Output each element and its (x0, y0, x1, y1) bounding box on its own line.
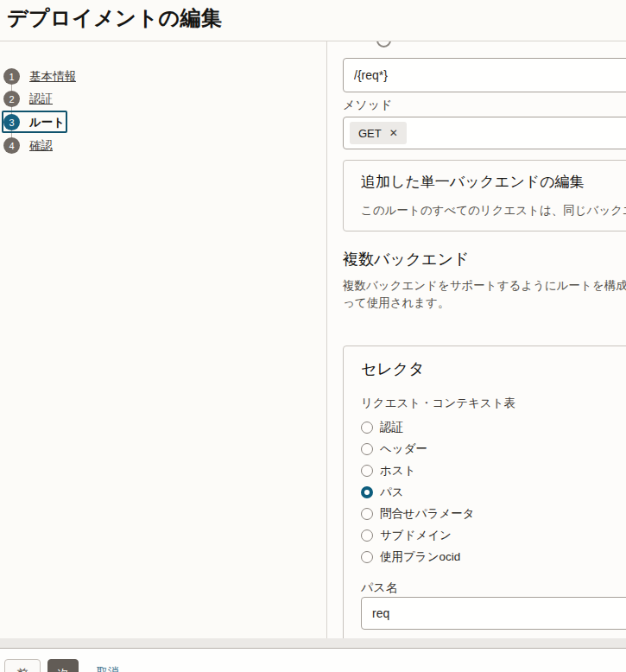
single-backend-title: 追加した単一バックエンドの編集 (361, 172, 585, 192)
step-1-label[interactable]: 基本情報 (29, 69, 76, 85)
radio-usage-plan-ocid-icon[interactable] (361, 551, 373, 563)
horizontal-scrollbar[interactable] (0, 638, 626, 648)
radio-auth[interactable]: 認証 (361, 416, 475, 438)
radio-header-icon[interactable] (361, 443, 373, 455)
stepper-item-basic-info[interactable]: 1 基本情報 (3, 67, 76, 86)
step-2-circle-icon: 2 (3, 91, 20, 107)
stepper-item-authentication[interactable]: 2 認証 (3, 90, 53, 108)
radio-query-param[interactable]: 問合せパラメータ (361, 503, 475, 524)
page-title: デプロイメントの編集 (7, 4, 223, 32)
route-form-panel: メソッド GET ✕ 追加した単一バックエンドの編集 このルートのすべてのリクエ… (327, 41, 626, 638)
radio-query-param-icon[interactable] (361, 508, 373, 520)
radio-host[interactable]: ホスト (361, 460, 475, 481)
selector-radio-group: 認証 ヘッダー ホスト パス 問合せパラメータ (361, 416, 475, 567)
wizard-stepper: 1 基本情報 2 認証 3 ルート 4 確認 (0, 41, 326, 638)
radio-subdomain[interactable]: サブドメイン (361, 524, 475, 546)
radio-path-selected[interactable]: パス (361, 481, 475, 503)
radio-header[interactable]: ヘッダー (361, 438, 475, 460)
radio-usage-plan-ocid[interactable]: 使用プランocid (361, 546, 475, 567)
step-4-label[interactable]: 確認 (29, 138, 53, 154)
request-context-label: リクエスト・コンテキスト表 (361, 396, 515, 411)
multi-backend-heading: 複数バックエンド (343, 249, 470, 269)
cancel-link[interactable]: 取消 (97, 664, 119, 672)
radio-host-icon[interactable] (361, 465, 373, 477)
step-2-label[interactable]: 認証 (29, 92, 53, 107)
path-name-input[interactable] (361, 597, 626, 630)
single-backend-box: 追加した単一バックエンドの編集 このルートのすべてのリクエストは、同じバックエ (343, 160, 626, 231)
next-button[interactable]: 次 (47, 659, 79, 672)
chip-close-icon[interactable]: ✕ (389, 127, 398, 139)
edit-deployment-wizard: デプロイメントの編集 1 基本情報 2 認証 3 ルート 4 確認 メソッド G… (0, 0, 626, 672)
selector-box: セレクタ リクエスト・コンテキスト表 認証 ヘッダー ホスト パス (343, 346, 626, 638)
method-chip-label: GET (358, 127, 382, 140)
step-4-circle-icon: 4 (3, 137, 20, 154)
multi-backend-description: 複数バックエンドをサポートするようにルートを構成 って使用されます。 (343, 277, 626, 312)
path-input[interactable] (343, 58, 626, 92)
radio-subdomain-icon[interactable] (361, 529, 373, 542)
method-multiselect-field[interactable]: GET ✕ (343, 117, 626, 149)
step-1-circle-icon: 1 (3, 68, 20, 85)
multi-backend-description-line1: 複数バックエンドをサポートするようにルートを構成 (343, 277, 626, 295)
method-label: メソッド (343, 98, 392, 113)
multi-backend-description-line2: って使用されます。 (343, 295, 626, 312)
radio-path-icon[interactable] (361, 486, 373, 498)
path-name-label: パス名 (361, 580, 398, 596)
step-3-circle-icon: 3 (3, 114, 20, 130)
previous-button[interactable]: 前 (4, 659, 41, 672)
wizard-footer: 前 次 取消 (0, 649, 626, 672)
radio-auth-icon[interactable] (361, 422, 373, 434)
method-chip-get: GET ✕ (350, 122, 407, 144)
single-backend-text: このルートのすべてのリクエストは、同じバックエ (361, 203, 626, 219)
stepper-item-confirm[interactable]: 4 確認 (3, 136, 53, 155)
selector-title: セレクタ (361, 358, 425, 379)
clipped-circle-icon (376, 41, 391, 48)
